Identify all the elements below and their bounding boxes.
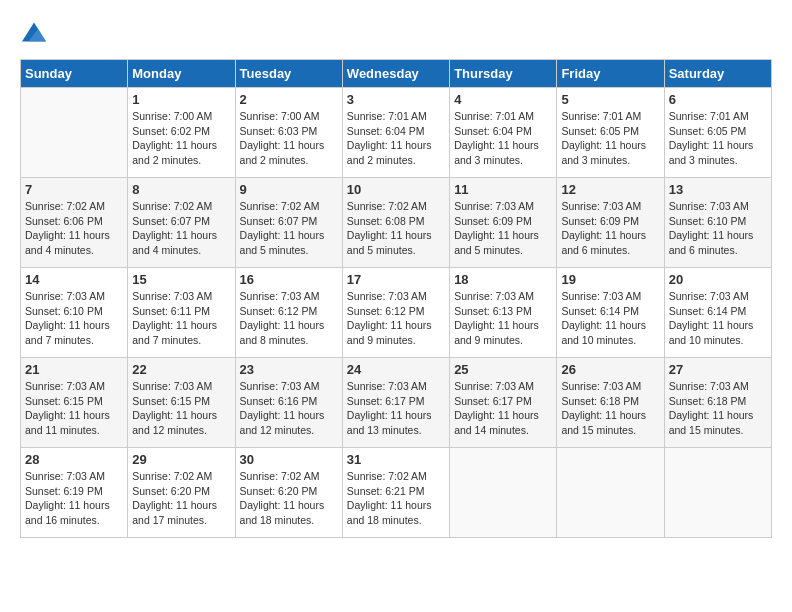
day-number: 24	[347, 362, 445, 377]
day-cell-6: 6Sunrise: 7:01 AMSunset: 6:05 PMDaylight…	[664, 88, 771, 178]
day-cell-18: 18Sunrise: 7:03 AMSunset: 6:13 PMDayligh…	[450, 268, 557, 358]
day-header-saturday: Saturday	[664, 60, 771, 88]
day-info: Sunrise: 7:03 AMSunset: 6:12 PMDaylight:…	[240, 289, 338, 348]
day-header-friday: Friday	[557, 60, 664, 88]
day-cell-11: 11Sunrise: 7:03 AMSunset: 6:09 PMDayligh…	[450, 178, 557, 268]
day-number: 17	[347, 272, 445, 287]
day-number: 30	[240, 452, 338, 467]
day-info: Sunrise: 7:03 AMSunset: 6:19 PMDaylight:…	[25, 469, 123, 528]
page-header	[20, 20, 772, 49]
day-number: 3	[347, 92, 445, 107]
day-number: 9	[240, 182, 338, 197]
empty-cell	[664, 448, 771, 538]
calendar-table: SundayMondayTuesdayWednesdayThursdayFrid…	[20, 59, 772, 538]
day-info: Sunrise: 7:03 AMSunset: 6:16 PMDaylight:…	[240, 379, 338, 438]
calendar-week-1: 1Sunrise: 7:00 AMSunset: 6:02 PMDaylight…	[21, 88, 772, 178]
day-info: Sunrise: 7:03 AMSunset: 6:11 PMDaylight:…	[132, 289, 230, 348]
day-cell-9: 9Sunrise: 7:02 AMSunset: 6:07 PMDaylight…	[235, 178, 342, 268]
day-header-sunday: Sunday	[21, 60, 128, 88]
empty-cell	[450, 448, 557, 538]
day-info: Sunrise: 7:03 AMSunset: 6:14 PMDaylight:…	[669, 289, 767, 348]
day-cell-13: 13Sunrise: 7:03 AMSunset: 6:10 PMDayligh…	[664, 178, 771, 268]
day-number: 10	[347, 182, 445, 197]
day-number: 15	[132, 272, 230, 287]
day-number: 12	[561, 182, 659, 197]
calendar-week-4: 21Sunrise: 7:03 AMSunset: 6:15 PMDayligh…	[21, 358, 772, 448]
day-number: 13	[669, 182, 767, 197]
day-info: Sunrise: 7:03 AMSunset: 6:13 PMDaylight:…	[454, 289, 552, 348]
logo-icon	[22, 20, 46, 44]
day-cell-19: 19Sunrise: 7:03 AMSunset: 6:14 PMDayligh…	[557, 268, 664, 358]
day-number: 22	[132, 362, 230, 377]
day-info: Sunrise: 7:01 AMSunset: 6:05 PMDaylight:…	[669, 109, 767, 168]
day-number: 16	[240, 272, 338, 287]
day-cell-22: 22Sunrise: 7:03 AMSunset: 6:15 PMDayligh…	[128, 358, 235, 448]
day-header-tuesday: Tuesday	[235, 60, 342, 88]
day-info: Sunrise: 7:03 AMSunset: 6:14 PMDaylight:…	[561, 289, 659, 348]
day-number: 25	[454, 362, 552, 377]
calendar-week-2: 7Sunrise: 7:02 AMSunset: 6:06 PMDaylight…	[21, 178, 772, 268]
day-number: 5	[561, 92, 659, 107]
day-header-wednesday: Wednesday	[342, 60, 449, 88]
day-cell-27: 27Sunrise: 7:03 AMSunset: 6:18 PMDayligh…	[664, 358, 771, 448]
day-cell-1: 1Sunrise: 7:00 AMSunset: 6:02 PMDaylight…	[128, 88, 235, 178]
day-cell-21: 21Sunrise: 7:03 AMSunset: 6:15 PMDayligh…	[21, 358, 128, 448]
day-number: 7	[25, 182, 123, 197]
day-info: Sunrise: 7:03 AMSunset: 6:17 PMDaylight:…	[454, 379, 552, 438]
day-number: 19	[561, 272, 659, 287]
day-cell-15: 15Sunrise: 7:03 AMSunset: 6:11 PMDayligh…	[128, 268, 235, 358]
day-number: 21	[25, 362, 123, 377]
day-number: 1	[132, 92, 230, 107]
day-info: Sunrise: 7:03 AMSunset: 6:09 PMDaylight:…	[561, 199, 659, 258]
day-cell-8: 8Sunrise: 7:02 AMSunset: 6:07 PMDaylight…	[128, 178, 235, 268]
day-number: 18	[454, 272, 552, 287]
day-info: Sunrise: 7:01 AMSunset: 6:04 PMDaylight:…	[454, 109, 552, 168]
day-number: 6	[669, 92, 767, 107]
day-cell-7: 7Sunrise: 7:02 AMSunset: 6:06 PMDaylight…	[21, 178, 128, 268]
day-info: Sunrise: 7:03 AMSunset: 6:10 PMDaylight:…	[25, 289, 123, 348]
day-cell-17: 17Sunrise: 7:03 AMSunset: 6:12 PMDayligh…	[342, 268, 449, 358]
days-header-row: SundayMondayTuesdayWednesdayThursdayFrid…	[21, 60, 772, 88]
day-info: Sunrise: 7:02 AMSunset: 6:07 PMDaylight:…	[132, 199, 230, 258]
day-cell-24: 24Sunrise: 7:03 AMSunset: 6:17 PMDayligh…	[342, 358, 449, 448]
day-info: Sunrise: 7:02 AMSunset: 6:07 PMDaylight:…	[240, 199, 338, 258]
day-number: 28	[25, 452, 123, 467]
day-info: Sunrise: 7:03 AMSunset: 6:17 PMDaylight:…	[347, 379, 445, 438]
day-info: Sunrise: 7:03 AMSunset: 6:09 PMDaylight:…	[454, 199, 552, 258]
day-number: 11	[454, 182, 552, 197]
day-cell-12: 12Sunrise: 7:03 AMSunset: 6:09 PMDayligh…	[557, 178, 664, 268]
day-number: 2	[240, 92, 338, 107]
day-cell-3: 3Sunrise: 7:01 AMSunset: 6:04 PMDaylight…	[342, 88, 449, 178]
day-cell-5: 5Sunrise: 7:01 AMSunset: 6:05 PMDaylight…	[557, 88, 664, 178]
day-number: 14	[25, 272, 123, 287]
day-number: 27	[669, 362, 767, 377]
day-info: Sunrise: 7:03 AMSunset: 6:15 PMDaylight:…	[132, 379, 230, 438]
day-cell-31: 31Sunrise: 7:02 AMSunset: 6:21 PMDayligh…	[342, 448, 449, 538]
day-header-monday: Monday	[128, 60, 235, 88]
day-info: Sunrise: 7:03 AMSunset: 6:18 PMDaylight:…	[669, 379, 767, 438]
day-number: 20	[669, 272, 767, 287]
day-number: 8	[132, 182, 230, 197]
day-info: Sunrise: 7:02 AMSunset: 6:08 PMDaylight:…	[347, 199, 445, 258]
day-number: 31	[347, 452, 445, 467]
day-number: 26	[561, 362, 659, 377]
day-cell-25: 25Sunrise: 7:03 AMSunset: 6:17 PMDayligh…	[450, 358, 557, 448]
day-cell-26: 26Sunrise: 7:03 AMSunset: 6:18 PMDayligh…	[557, 358, 664, 448]
day-info: Sunrise: 7:03 AMSunset: 6:18 PMDaylight:…	[561, 379, 659, 438]
day-cell-30: 30Sunrise: 7:02 AMSunset: 6:20 PMDayligh…	[235, 448, 342, 538]
day-cell-4: 4Sunrise: 7:01 AMSunset: 6:04 PMDaylight…	[450, 88, 557, 178]
day-info: Sunrise: 7:03 AMSunset: 6:10 PMDaylight:…	[669, 199, 767, 258]
day-info: Sunrise: 7:01 AMSunset: 6:05 PMDaylight:…	[561, 109, 659, 168]
day-number: 4	[454, 92, 552, 107]
day-info: Sunrise: 7:02 AMSunset: 6:21 PMDaylight:…	[347, 469, 445, 528]
day-cell-14: 14Sunrise: 7:03 AMSunset: 6:10 PMDayligh…	[21, 268, 128, 358]
calendar-week-3: 14Sunrise: 7:03 AMSunset: 6:10 PMDayligh…	[21, 268, 772, 358]
day-info: Sunrise: 7:03 AMSunset: 6:15 PMDaylight:…	[25, 379, 123, 438]
day-header-thursday: Thursday	[450, 60, 557, 88]
day-cell-28: 28Sunrise: 7:03 AMSunset: 6:19 PMDayligh…	[21, 448, 128, 538]
day-cell-10: 10Sunrise: 7:02 AMSunset: 6:08 PMDayligh…	[342, 178, 449, 268]
day-number: 23	[240, 362, 338, 377]
empty-cell	[21, 88, 128, 178]
day-cell-29: 29Sunrise: 7:02 AMSunset: 6:20 PMDayligh…	[128, 448, 235, 538]
day-cell-16: 16Sunrise: 7:03 AMSunset: 6:12 PMDayligh…	[235, 268, 342, 358]
